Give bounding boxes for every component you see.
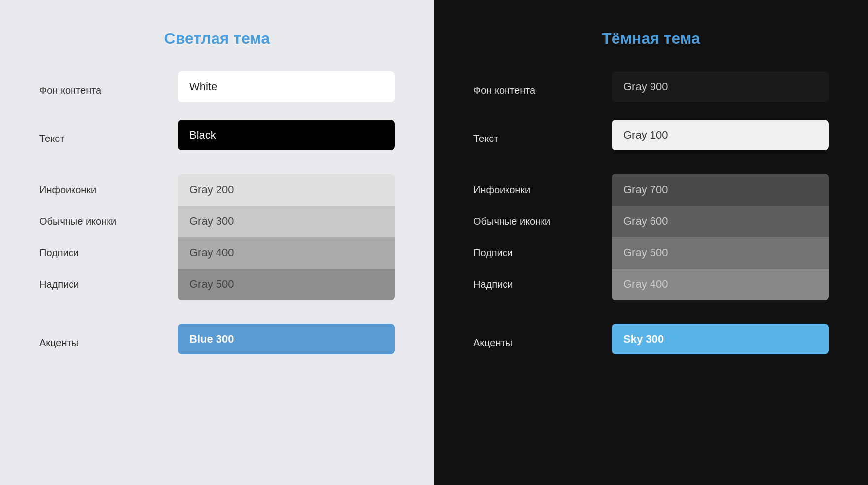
dark-labels-label: Надписи bbox=[473, 269, 612, 300]
light-gray500-swatch: Gray 500 bbox=[178, 269, 395, 300]
dark-text-swatch: Gray 100 bbox=[612, 120, 829, 150]
dark-accent-swatch: Sky 300 bbox=[612, 324, 829, 354]
light-info-icons-label: Инфоиконки bbox=[39, 174, 178, 206]
light-gray200-swatch: Gray 200 bbox=[178, 174, 395, 206]
dark-panel: Тёмная тема Фон контента Gray 900 Текст … bbox=[434, 0, 868, 485]
light-background-label: Фон контента bbox=[39, 78, 178, 96]
dark-info-icons-label: Инфоиконки bbox=[473, 174, 612, 206]
dark-text-label: Текст bbox=[473, 126, 612, 144]
dark-text-swatch-group: Gray 100 bbox=[612, 120, 829, 150]
dark-icons-swatches: Gray 700 Gray 600 Gray 500 Gray 400 bbox=[612, 174, 829, 300]
light-text-label: Текст bbox=[39, 126, 178, 144]
dark-background-swatch-group: Gray 900 bbox=[612, 71, 829, 102]
light-color-rows: Фон контента White Текст Black Инфоиконк… bbox=[39, 71, 395, 372]
light-theme-title: Светлая тема bbox=[39, 30, 395, 48]
dark-color-rows: Фон контента Gray 900 Текст Gray 100 Инф… bbox=[473, 71, 829, 372]
light-icons-swatches: Gray 200 Gray 300 Gray 400 Gray 500 bbox=[178, 174, 395, 300]
dark-normal-icons-label: Обычные иконки bbox=[473, 206, 612, 237]
dark-captions-label: Подписи bbox=[473, 237, 612, 269]
light-icons-labels: Инфоиконки Обычные иконки Подписи Надпис… bbox=[39, 174, 178, 300]
light-accent-label: Акценты bbox=[39, 330, 178, 348]
light-panel: Светлая тема Фон контента White Текст Bl… bbox=[0, 0, 434, 485]
light-normal-icons-label: Обычные иконки bbox=[39, 206, 178, 237]
dark-accent-row: Акценты Sky 300 bbox=[473, 324, 829, 354]
light-gray300-swatch: Gray 300 bbox=[178, 206, 395, 237]
light-accent-swatch: Blue 300 bbox=[178, 324, 395, 354]
light-gray400-swatch: Gray 400 bbox=[178, 237, 395, 269]
light-background-swatch: White bbox=[178, 71, 395, 102]
light-accent-swatch-group: Blue 300 bbox=[178, 324, 395, 354]
dark-theme-title: Тёмная тема bbox=[473, 30, 829, 48]
light-icons-group: Инфоиконки Обычные иконки Подписи Надпис… bbox=[39, 174, 395, 300]
light-background-row: Фон контента White bbox=[39, 71, 395, 102]
dark-background-row: Фон контента Gray 900 bbox=[473, 71, 829, 102]
dark-gray700-swatch: Gray 700 bbox=[612, 174, 829, 206]
light-accent-row: Акценты Blue 300 bbox=[39, 324, 395, 354]
dark-background-label: Фон контента bbox=[473, 78, 612, 96]
dark-text-row: Текст Gray 100 bbox=[473, 120, 829, 150]
dark-gray500-swatch: Gray 500 bbox=[612, 237, 829, 269]
dark-gray400-swatch: Gray 400 bbox=[612, 269, 829, 300]
light-captions-label: Подписи bbox=[39, 237, 178, 269]
light-text-row: Текст Black bbox=[39, 120, 395, 150]
light-labels-label: Надписи bbox=[39, 269, 178, 300]
light-text-swatch: Black bbox=[178, 120, 395, 150]
dark-icons-group: Инфоиконки Обычные иконки Подписи Надпис… bbox=[473, 174, 829, 300]
light-text-swatch-group: Black bbox=[178, 120, 395, 150]
dark-icons-labels: Инфоиконки Обычные иконки Подписи Надпис… bbox=[473, 174, 612, 300]
dark-gray600-swatch: Gray 600 bbox=[612, 206, 829, 237]
dark-accent-swatch-group: Sky 300 bbox=[612, 324, 829, 354]
dark-background-swatch: Gray 900 bbox=[612, 71, 829, 102]
dark-accent-label: Акценты bbox=[473, 330, 612, 348]
light-background-swatch-group: White bbox=[178, 71, 395, 102]
